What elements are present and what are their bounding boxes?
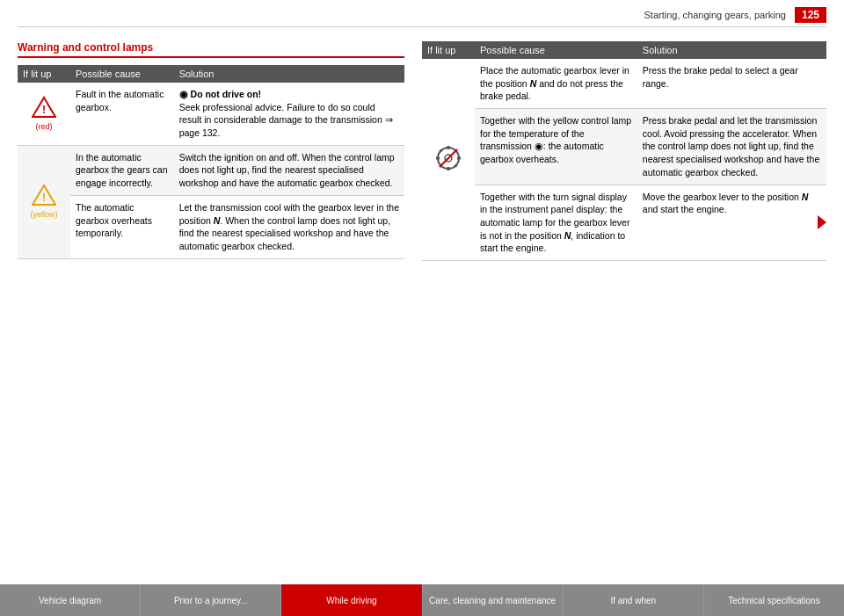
right-section: If lit up Possible cause Solution (422, 41, 826, 261)
right-table: If lit up Possible cause Solution (422, 41, 826, 261)
left-table: If lit up Possible cause Solution ! (r (18, 65, 404, 259)
table-row: ! (red) Fault in the automatic gearbox. … (18, 83, 404, 145)
do-not-drive-label: ◉ Do not drive on! (179, 89, 261, 99)
yellow-label: (yellow) (30, 209, 57, 221)
gear-icon (427, 144, 469, 176)
svg-rect-7 (447, 167, 450, 170)
footer-nav-if-and-when[interactable]: If and when (564, 584, 704, 616)
col-if-lit-up-right: If lit up (422, 41, 475, 59)
possible-cause-gear-2: Together with the yellow control lamp fo… (475, 109, 637, 185)
table-row: Together with the turn signal display in… (422, 185, 826, 260)
footer-nav-technical-specs[interactable]: Technical specifications (704, 584, 844, 616)
svg-rect-9 (457, 156, 461, 159)
col-solution-right: Solution (637, 41, 826, 59)
possible-cause-yellow-2: The automatic gearbox overheats temporar… (70, 195, 174, 258)
left-section: Warning and control lamps If lit up Poss… (18, 41, 404, 261)
solution-gear-2: Press brake pedal and let the transmissi… (637, 109, 826, 185)
col-possible-cause-left: Possible cause (70, 65, 174, 83)
solution-red: ◉ Do not drive on! Seek professional adv… (174, 83, 404, 145)
main-content: Warning and control lamps If lit up Poss… (0, 27, 844, 261)
footer-nav: Vehicle diagram Prior to a journey... Wh… (0, 584, 844, 616)
footer-nav-care-cleaning[interactable]: Care, cleaning and maintenance (423, 584, 564, 616)
svg-rect-6 (447, 146, 450, 149)
footer-nav-while-driving[interactable]: While driving (281, 584, 422, 616)
table-row: ! (yellow) In the automatic gearbox the … (18, 145, 404, 195)
icon-cell-gear (422, 59, 475, 260)
solution-yellow-1: Switch the ignition on and off. When the… (174, 145, 404, 195)
page-number: 125 (795, 7, 826, 23)
left-section-title: Warning and control lamps (18, 41, 404, 58)
footer-nav-vehicle-diagram[interactable]: Vehicle diagram (0, 584, 141, 616)
icon-cell-red: ! (red) (18, 83, 70, 145)
red-label: (red) (35, 121, 52, 133)
table-row: Together with the yellow control lamp fo… (422, 109, 826, 185)
possible-cause-yellow-1: In the automatic gearbox the gears can e… (70, 145, 174, 195)
svg-line-14 (440, 149, 457, 167)
col-possible-cause-right: Possible cause (475, 41, 637, 59)
table-row: The automatic gearbox overheats temporar… (18, 195, 404, 258)
warning-red-icon: ! (red) (32, 95, 56, 133)
arrow-right-icon (818, 215, 826, 229)
icon-cell-yellow: ! (yellow) (18, 145, 70, 258)
footer-nav-prior-journey[interactable]: Prior to a journey... (141, 584, 281, 616)
warning-yellow-icon: ! (yellow) (30, 183, 57, 221)
svg-text:!: ! (42, 192, 46, 204)
col-solution-left: Solution (174, 65, 404, 83)
possible-cause-gear-3: Together with the turn signal display in… (475, 185, 637, 260)
solution-gear-1: Press the brake pedal to select a gear r… (637, 59, 826, 109)
header-title: Starting, changing gears, parking (644, 10, 786, 20)
col-if-lit-up-left: If lit up (18, 65, 70, 83)
possible-cause-gear-1: Place the automatic gearbox lever in the… (475, 59, 637, 109)
page-header: Starting, changing gears, parking 125 (18, 0, 826, 27)
solution-yellow-2: Let the transmission cool with the gearb… (174, 195, 404, 258)
possible-cause-red: Fault in the automatic gearbox. (70, 83, 174, 145)
table-row: Place the automatic gearbox lever in the… (422, 59, 826, 109)
svg-rect-8 (436, 156, 440, 159)
solution-gear-3: Move the gearbox lever to the position N… (637, 185, 826, 260)
svg-text:!: ! (42, 104, 46, 116)
